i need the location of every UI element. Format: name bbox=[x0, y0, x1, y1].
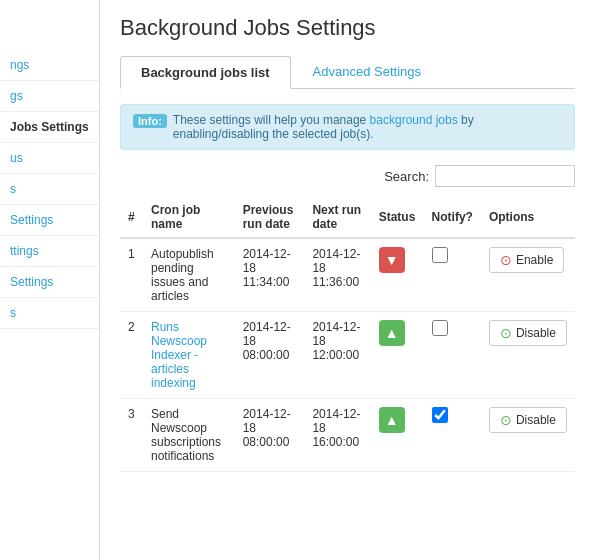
background-jobs-link[interactable]: background jobs bbox=[370, 113, 458, 127]
row3-status[interactable]: ▲ bbox=[371, 399, 424, 472]
col-header-prev: Previous run date bbox=[235, 197, 305, 238]
search-input[interactable] bbox=[435, 165, 575, 187]
col-header-status: Status bbox=[371, 197, 424, 238]
row2-notify[interactable] bbox=[424, 312, 481, 399]
row2-prev-date: 2014-12-18 08:00:00 bbox=[235, 312, 305, 399]
search-row: Search: bbox=[120, 165, 575, 187]
col-header-num: # bbox=[120, 197, 143, 238]
row3-num: 3 bbox=[120, 399, 143, 472]
row1-notify-checkbox[interactable] bbox=[432, 247, 448, 263]
row1-notify[interactable] bbox=[424, 238, 481, 312]
tab-bar: Background jobs list Advanced Settings bbox=[120, 56, 575, 89]
table-row: 2 Runs Newscoop Indexer - articles index… bbox=[120, 312, 575, 399]
row1-enable-button[interactable]: ⊙ Enable bbox=[489, 247, 564, 273]
row2-num: 2 bbox=[120, 312, 143, 399]
row3-prev-date: 2014-12-18 08:00:00 bbox=[235, 399, 305, 472]
sidebar-item-6[interactable]: Settings bbox=[0, 205, 99, 236]
row1-next-date: 2014-12-18 11:36:00 bbox=[304, 238, 370, 312]
disable-icon-2: ⊙ bbox=[500, 412, 512, 428]
sidebar-item-1[interactable]: ngs bbox=[0, 50, 99, 81]
row1-num: 1 bbox=[120, 238, 143, 312]
row3-notify[interactable] bbox=[424, 399, 481, 472]
row3-name: Send Newscoop subscriptions notification… bbox=[143, 399, 235, 472]
table-row: 1 Autopublish pending issues and article… bbox=[120, 238, 575, 312]
row2-notify-checkbox[interactable] bbox=[432, 320, 448, 336]
status-icon-red[interactable]: ▼ bbox=[379, 247, 405, 273]
row2-name: Runs Newscoop Indexer - articles indexin… bbox=[143, 312, 235, 399]
row3-next-date: 2014-12-18 16:00:00 bbox=[304, 399, 370, 472]
page-title: Background Jobs Settings bbox=[120, 15, 575, 41]
disable-icon: ⊙ bbox=[500, 325, 512, 341]
status-icon-green-2[interactable]: ▲ bbox=[379, 407, 405, 433]
info-box: Info: These settings will help you manag… bbox=[120, 104, 575, 150]
info-text: These settings will help you manage back… bbox=[173, 113, 562, 141]
col-header-name: Cron job name bbox=[143, 197, 235, 238]
row1-name: Autopublish pending issues and articles bbox=[143, 238, 235, 312]
row3-disable-button[interactable]: ⊙ Disable bbox=[489, 407, 567, 433]
col-header-options: Options bbox=[481, 197, 575, 238]
row2-disable-button[interactable]: ⊙ Disable bbox=[489, 320, 567, 346]
row2-status[interactable]: ▲ bbox=[371, 312, 424, 399]
col-header-next: Next run date bbox=[304, 197, 370, 238]
main-content: Background Jobs Settings Background jobs… bbox=[100, 0, 595, 560]
table-row: 3 Send Newscoop subscriptions notificati… bbox=[120, 399, 575, 472]
row3-notify-checkbox[interactable] bbox=[432, 407, 448, 423]
sidebar-item-5[interactable]: s bbox=[0, 174, 99, 205]
search-label: Search: bbox=[384, 169, 429, 184]
enable-icon: ⊙ bbox=[500, 252, 512, 268]
sidebar-item-4[interactable]: us bbox=[0, 143, 99, 174]
tab-advanced-settings[interactable]: Advanced Settings bbox=[293, 56, 441, 88]
info-badge: Info: bbox=[133, 114, 167, 128]
row2-options[interactable]: ⊙ Disable bbox=[481, 312, 575, 399]
tab-background-jobs[interactable]: Background jobs list bbox=[120, 56, 291, 89]
row1-prev-date: 2014-12-18 11:34:00 bbox=[235, 238, 305, 312]
status-icon-green[interactable]: ▲ bbox=[379, 320, 405, 346]
row1-options[interactable]: ⊙ Enable bbox=[481, 238, 575, 312]
sidebar-item-jobs[interactable]: Jobs Settings bbox=[0, 112, 99, 143]
sidebar-item-9[interactable]: s bbox=[0, 298, 99, 329]
jobs-table: # Cron job name Previous run date Next r… bbox=[120, 197, 575, 472]
row2-next-date: 2014-12-18 12:00:00 bbox=[304, 312, 370, 399]
col-header-notify: Notify? bbox=[424, 197, 481, 238]
sidebar-item-2[interactable]: gs bbox=[0, 81, 99, 112]
sidebar-item-8[interactable]: Settings bbox=[0, 267, 99, 298]
row3-options[interactable]: ⊙ Disable bbox=[481, 399, 575, 472]
sidebar: ngs gs Jobs Settings us s Settings tting… bbox=[0, 0, 100, 560]
row2-name-link[interactable]: Runs Newscoop Indexer - articles indexin… bbox=[151, 320, 207, 390]
sidebar-item-7[interactable]: ttings bbox=[0, 236, 99, 267]
row1-status[interactable]: ▼ bbox=[371, 238, 424, 312]
